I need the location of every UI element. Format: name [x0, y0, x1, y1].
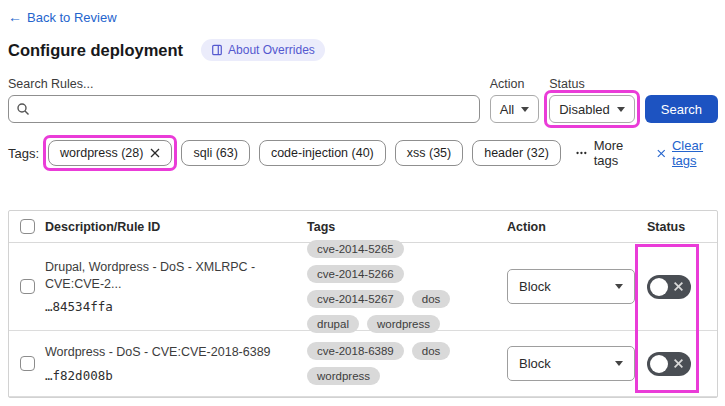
search-button[interactable]: Search — [645, 95, 718, 123]
back-to-review-link[interactable]: ← Back to Review — [8, 9, 117, 25]
row-checkbox[interactable] — [20, 356, 35, 371]
tag-chip: drupal — [307, 315, 359, 333]
tags-bar: Tags: wordpress (28) sqli (63) code-inje… — [8, 138, 718, 168]
column-header-description: Description/Rule ID — [45, 220, 307, 234]
title-row: Configure deployment About Overrides — [8, 39, 718, 61]
tag-chip: wordpress — [367, 315, 440, 333]
tag-pill-label: sqli (63) — [193, 146, 237, 160]
back-arrow-icon: ← — [8, 9, 22, 25]
about-overrides-badge[interactable]: About Overrides — [201, 39, 325, 61]
chevron-down-icon — [617, 107, 625, 112]
tag-pill-label: wordpress (28) — [60, 146, 143, 160]
column-header-status: Status — [647, 220, 717, 234]
toggle-x-icon — [673, 358, 684, 369]
rule-tags: cve-2014-5265 cve-2014-5266 cve-2014-526… — [307, 240, 493, 333]
action-filter-dropdown[interactable]: All — [490, 95, 539, 123]
select-all-checkbox[interactable] — [20, 219, 35, 234]
tag-chip: cve-2014-5265 — [307, 240, 404, 258]
tag-chip: cve-2018-6389 — [307, 342, 404, 360]
toggle-knob — [650, 278, 668, 296]
status-toggle-off[interactable] — [647, 352, 691, 376]
tag-pill-label: code-injection (40) — [271, 146, 374, 160]
tag-chip: cve-2014-5266 — [307, 265, 404, 283]
tag-chip: dos — [412, 290, 451, 308]
rule-description: Wordpress - DoS - CVE:CVE-2018-6389 — [45, 344, 297, 360]
selected-tag-highlight: wordpress (28) — [43, 135, 177, 171]
action-filter-value: All — [500, 102, 514, 117]
action-value: Block — [519, 356, 551, 371]
chevron-down-icon — [615, 284, 623, 289]
toggle-x-icon — [673, 281, 684, 292]
tag-pill-label: header (32) — [484, 146, 549, 160]
toggle-knob — [650, 355, 668, 373]
row-checkbox[interactable] — [20, 279, 35, 294]
tag-pill-code-injection[interactable]: code-injection (40) — [259, 140, 386, 166]
action-value: Block — [519, 279, 551, 294]
status-filter-value: Disabled — [559, 102, 610, 117]
tag-pill-xss[interactable]: xss (35) — [395, 140, 463, 166]
tag-chip: wordpress — [307, 367, 380, 385]
table-row: Drupal, Wordpress - DoS - XMLRPC - CVE:C… — [9, 243, 717, 331]
about-overrides-label: About Overrides — [228, 43, 315, 57]
status-filter-highlight: Disabled — [544, 90, 640, 128]
status-filter-dropdown[interactable]: Disabled — [549, 95, 635, 123]
tag-pill-wordpress[interactable]: wordpress (28) — [48, 140, 172, 166]
rule-id: …f82d008b — [45, 368, 297, 383]
more-tags-button[interactable]: More tags — [576, 138, 639, 168]
tag-chip: dos — [412, 342, 451, 360]
tag-pill-header[interactable]: header (32) — [472, 140, 561, 166]
status-filter-label: Status — [549, 77, 635, 91]
tag-chip: cve-2014-5267 — [307, 290, 404, 308]
page-title: Configure deployment — [8, 41, 183, 60]
clear-icon — [657, 148, 666, 159]
column-header-tags: Tags — [307, 220, 507, 234]
remove-tag-icon[interactable] — [150, 148, 160, 158]
chevron-down-icon — [521, 107, 529, 112]
tag-pill-label: xss (35) — [407, 146, 451, 160]
clear-tags-label: Clear tags — [672, 138, 718, 168]
clear-tags-button[interactable]: Clear tags — [657, 138, 718, 168]
chevron-down-icon — [615, 361, 623, 366]
action-filter-label: Action — [490, 77, 539, 91]
more-tags-label: More tags — [594, 138, 639, 168]
back-link-label: Back to Review — [27, 10, 117, 25]
tag-pill-sqli[interactable]: sqli (63) — [181, 140, 249, 166]
rules-table: Description/Rule ID Tags Action Status D… — [8, 210, 718, 398]
column-header-action: Action — [507, 220, 647, 234]
action-dropdown[interactable]: Block — [507, 269, 635, 304]
filter-row: Search Rules... Action All Status Disabl… — [8, 77, 718, 123]
table-row: Wordpress - DoS - CVE:CVE-2018-6389 …f82… — [9, 331, 717, 397]
search-rules-input[interactable] — [8, 95, 480, 123]
configure-deployment-page: ← Back to Review Configure deployment Ab… — [0, 0, 725, 406]
search-icon — [16, 102, 30, 116]
tags-label: Tags: — [8, 146, 39, 161]
rule-id: …84534ffa — [45, 299, 297, 314]
ellipsis-icon — [576, 151, 587, 155]
action-dropdown[interactable]: Block — [507, 346, 635, 381]
rule-tags: cve-2018-6389 dos wordpress — [307, 342, 493, 385]
book-icon — [211, 44, 223, 56]
search-input-wrap — [8, 95, 480, 123]
rule-description: Drupal, Wordpress - DoS - XMLRPC - CVE:C… — [45, 259, 297, 292]
search-rules-label: Search Rules... — [8, 77, 480, 91]
status-toggle-off[interactable] — [647, 275, 691, 299]
table-header-row: Description/Rule ID Tags Action Status — [9, 211, 717, 243]
